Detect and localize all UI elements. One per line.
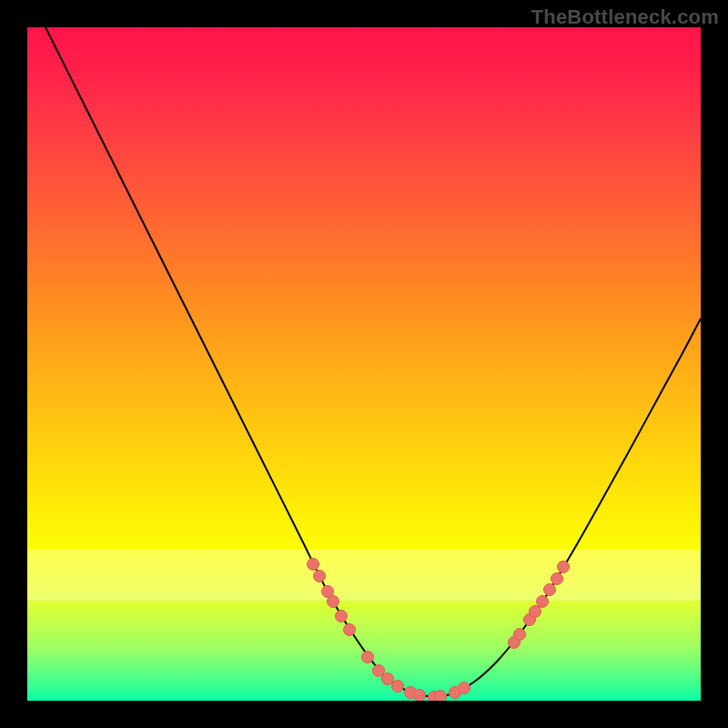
data-dot (308, 559, 319, 571)
data-dot (544, 584, 556, 596)
data-dot (558, 561, 570, 573)
data-dot (392, 681, 404, 693)
data-dot (328, 596, 339, 608)
data-dot (382, 673, 394, 685)
data-dot (414, 690, 426, 702)
data-dot (336, 611, 348, 622)
data-dot (362, 652, 374, 663)
data-dots (308, 559, 570, 702)
data-dot (551, 573, 563, 585)
data-dot (435, 691, 447, 702)
data-dot (314, 571, 326, 582)
data-dot (459, 682, 470, 694)
data-dot (344, 624, 356, 636)
bottleneck-curve (46, 27, 701, 696)
data-dot (373, 665, 385, 677)
data-dot (514, 629, 526, 641)
data-dot (530, 606, 541, 618)
curve-layer (27, 27, 701, 701)
data-dot (537, 596, 549, 608)
watermark-text: TheBottleneck.com (531, 5, 719, 29)
chart-frame: TheBottleneck.com (0, 0, 728, 728)
